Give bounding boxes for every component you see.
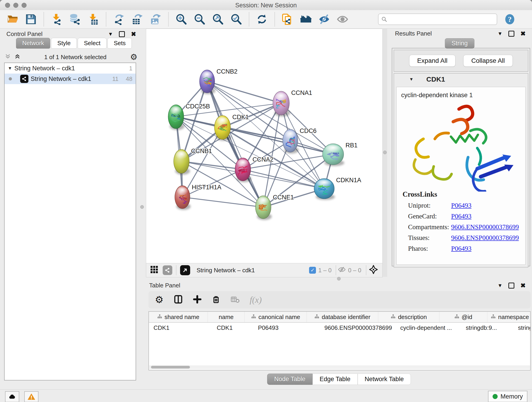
svg-text:?: ?: [508, 15, 512, 23]
export-table-icon[interactable]: [132, 13, 143, 25]
table-cell[interactable]: CDK1: [212, 323, 253, 333]
table-tab-node-table[interactable]: Node Table: [267, 374, 312, 385]
tab-sets[interactable]: Sets: [108, 38, 132, 49]
first-neighbors-houses-icon[interactable]: [300, 13, 312, 25]
table-panel-title: Table Panel: [149, 282, 180, 289]
column-header-description[interactable]: description: [378, 312, 439, 322]
refresh-icon[interactable]: [256, 13, 268, 25]
entry-expander-icon[interactable]: ▼: [409, 77, 413, 82]
control-panel-close-icon[interactable]: ✖: [131, 31, 136, 38]
column-header--id[interactable]: @id: [439, 312, 487, 322]
zoom-in-icon[interactable]: [176, 13, 187, 25]
export-image-icon[interactable]: [150, 13, 161, 25]
selected-nodes-icon[interactable]: ✓: [309, 267, 316, 274]
current-network-indicator: [9, 77, 12, 80]
show-all-eye-icon[interactable]: [337, 13, 348, 25]
function-builder-icon[interactable]: f(x): [250, 295, 262, 305]
control-panel-maximize-icon[interactable]: [119, 31, 125, 37]
tab-select[interactable]: Select: [78, 38, 107, 49]
show-columns-icon[interactable]: [174, 295, 183, 305]
expand-all-button[interactable]: Expand All: [409, 55, 456, 67]
crosslink-label: Uniprot:: [403, 202, 451, 209]
save-session-icon[interactable]: [25, 13, 37, 25]
crosslink-label: Pharos:: [403, 245, 451, 252]
results-panel-close-icon[interactable]: ✖: [520, 30, 526, 37]
import-table-icon[interactable]: [88, 13, 99, 25]
current-network-name: String Network – cdk1: [196, 267, 255, 274]
import-network-icon[interactable]: [51, 13, 62, 25]
table-panel-close-icon[interactable]: ✖: [520, 282, 526, 289]
search-input[interactable]: [389, 16, 494, 23]
hide-selected-eye-icon[interactable]: [318, 13, 330, 25]
crosslink-link[interactable]: 9606.ENSP00000378699: [451, 223, 519, 231]
crosslink-link[interactable]: 9606.ENSP00000378699: [451, 234, 519, 242]
network-edge-CCNE1-HIST1H1A[interactable]: [182, 197, 263, 207]
help-button[interactable]: ?: [504, 13, 515, 25]
network-edge-CCNA2-CDKN1A[interactable]: [243, 169, 324, 189]
table-row[interactable]: CDK1CDK1P064939606.ENSP00000378699cyclin…: [149, 323, 530, 333]
scrollbar-thumb[interactable]: [151, 366, 190, 369]
table-cell[interactable]: P06493: [253, 323, 320, 333]
table-horizontal-scrollbar[interactable]: [149, 365, 530, 369]
crosslink-link[interactable]: P06493: [451, 202, 472, 209]
table-panel-float-icon[interactable]: ▼: [498, 283, 503, 288]
collapse-all-networks-icon[interactable]: [5, 53, 11, 61]
results-panel-float-icon[interactable]: ▼: [498, 31, 503, 37]
table-cell[interactable]: stringdb: [513, 323, 531, 333]
network-edge-CCNB2-CCNA1[interactable]: [207, 81, 281, 103]
crosslink-link[interactable]: P06493: [451, 212, 472, 220]
column-header-shared-name[interactable]: shared name: [149, 312, 208, 322]
column-header-name[interactable]: name: [208, 312, 245, 322]
export-network-icon[interactable]: [113, 13, 125, 25]
table-cell[interactable]: stringdb:9...: [461, 323, 513, 333]
network-view-canvas[interactable]: CCNB2CCNA1CDC25BCDK1CDC6RB1CCNB1CCNA2CDK…: [146, 29, 383, 264]
fit-selected-crosshair-icon[interactable]: [369, 265, 378, 276]
zoom-fit-icon[interactable]: [212, 13, 224, 25]
network-edge-CCNA2-HIST1H1A[interactable]: [182, 169, 243, 197]
zoom-out-icon[interactable]: [194, 13, 205, 25]
zoom-selected-icon[interactable]: [230, 13, 242, 25]
column-header-database-identifier[interactable]: database identifier: [307, 312, 378, 322]
crosslink-label: Tissues:: [403, 234, 451, 242]
delete-column-icon[interactable]: [212, 295, 220, 305]
control-panel-float-icon[interactable]: ▼: [108, 31, 113, 37]
application-window: Session: New Session: [0, 0, 532, 402]
node-label-CDC6: CDC6: [300, 128, 317, 134]
delete-table-icon[interactable]: [230, 295, 240, 305]
cloud-status-button[interactable]: [5, 391, 19, 402]
tab-network[interactable]: Network: [16, 38, 50, 49]
table-cell[interactable]: CDK1: [149, 323, 212, 333]
table-cell[interactable]: 9606.ENSP00000378699: [320, 323, 396, 333]
results-tab-string[interactable]: String: [445, 38, 475, 49]
grid-mode-icon[interactable]: [150, 265, 158, 275]
network-row[interactable]: String Network – cdk1 11 48: [5, 74, 136, 84]
crosslink-row: Tissues:9606.ENSP00000378699: [403, 234, 519, 242]
table-panel: Table Panel ▼ ✖ ⚙ f(x) shared namenameca…: [146, 280, 532, 390]
table-tab-edge-table[interactable]: Edge Table: [312, 374, 358, 385]
network-options-gear-icon[interactable]: ⚙: [130, 53, 138, 61]
network-collection-row[interactable]: ▼ String Network – cdk1 1: [5, 63, 136, 74]
table-panel-maximize-icon[interactable]: [508, 283, 514, 288]
network-view-share-icon[interactable]: [163, 265, 172, 275]
import-database-icon[interactable]: [69, 13, 81, 25]
results-panel-maximize-icon[interactable]: [508, 31, 514, 37]
open-session-icon[interactable]: [7, 13, 18, 25]
column-header-namespace[interactable]: namespace: [487, 312, 531, 322]
table-cell[interactable]: cyclin-dependent ...: [396, 323, 461, 333]
expand-all-networks-icon[interactable]: [14, 53, 21, 61]
table-tab-network-table[interactable]: Network Table: [358, 374, 411, 385]
column-type-icon: [491, 313, 496, 321]
right-splitter[interactable]: [382, 29, 387, 277]
warning-status-button[interactable]: [24, 391, 38, 402]
left-splitter[interactable]: [140, 29, 143, 386]
table-settings-gear-icon[interactable]: ⚙: [155, 295, 164, 305]
collapse-all-button[interactable]: Collapse All: [463, 55, 513, 67]
collection-expander-icon[interactable]: ▼: [8, 66, 12, 71]
detach-view-icon[interactable]: [180, 265, 190, 275]
tab-style[interactable]: Style: [51, 38, 77, 49]
column-header-canonical-name[interactable]: canonical name: [245, 312, 307, 322]
memory-button[interactable]: Memory: [488, 391, 527, 402]
crosslink-link[interactable]: P06493: [451, 245, 472, 252]
clone-network-icon[interactable]: [282, 13, 293, 25]
add-column-icon[interactable]: [193, 295, 202, 305]
